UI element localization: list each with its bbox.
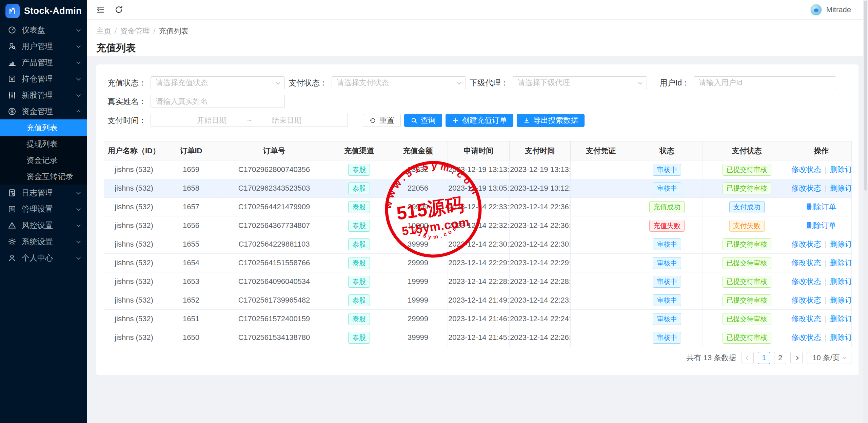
cell-order-no: C1702962343523503 [218,179,330,198]
cell-order-id: 1653 [164,272,218,291]
prev-page-button[interactable] [742,352,754,364]
user-avatar [810,4,822,16]
delete-order-link[interactable]: 删除订单 [806,221,836,230]
modify-status-link[interactable]: 修改状态 [791,240,821,248]
status-tag: 审核中 [653,276,681,288]
pay-status-tag: 已提交待审核 [723,164,771,176]
delete-order-link[interactable]: 删除订单 [830,240,852,248]
sidebar-subitem-资金互转记录[interactable]: 资金互转记录 [0,168,87,185]
sidebar-item-新股管理[interactable]: 新股管理 [0,87,87,103]
page-size-select[interactable]: 10 条/页 [807,352,851,364]
chevron-down-icon [76,223,81,227]
cell-voucher [571,328,631,347]
sidebar-item-label: 个人中心 [22,253,53,263]
sidebar-item-管理设置[interactable]: 管理设置 [0,201,87,217]
action-divider: | [825,240,827,248]
table-header-row: 用户名称（ID）订单ID订单号充值渠道充值金额申请时间支付时间支付凭证状态支付状… [104,141,852,160]
column-header: 支付凭证 [571,141,631,160]
channel-tag: 泰股 [348,276,370,288]
sidebar-item-持仓管理[interactable]: 持仓管理 [0,71,87,87]
status-tag: 审核中 [653,294,681,306]
delete-order-link[interactable]: 删除订单 [830,296,852,304]
cell-user: jishns (532) [104,235,164,254]
cell-voucher [571,310,631,328]
next-page-button[interactable] [790,352,803,364]
breadcrumb-home[interactable]: 主页 [96,26,111,36]
pay-time-label: 支付时间： [104,115,146,126]
cell-apply-time: 2023-12-14 21:45:34 [448,328,510,347]
user-menu[interactable]: Mitrade [810,4,863,16]
user-id-input[interactable] [694,76,836,89]
delete-order-link[interactable]: 删除订单 [806,203,836,211]
modify-status-link[interactable]: 修改状态 [791,296,821,304]
sidebar-subitem-提现列表[interactable]: 提现列表 [0,136,87,152]
real-name-input[interactable] [151,95,285,108]
cell-order-no: C1702564096040534 [218,272,330,291]
page-button-1[interactable]: 1 [758,352,770,364]
sidebar-item-label: 管理设置 [22,204,53,214]
cell-voucher [571,160,631,179]
search-button[interactable]: 查询 [404,114,442,127]
refresh-icon[interactable] [114,5,123,14]
pay-status-tag: 已提交待审核 [723,238,771,250]
sidebar-submenu: 充值列表提现列表资金记录资金互转记录 [0,119,87,185]
cell-status: 审核中 [631,272,703,291]
sidebar-subitem-充值列表[interactable]: 充值列表 [0,119,87,136]
app-title: Stock-Admin [24,6,82,16]
menu-collapse-icon[interactable] [96,5,105,14]
channel-tag: 泰股 [348,164,370,176]
modify-status-link[interactable]: 修改状态 [791,333,821,342]
create-order-button[interactable]: 创建充值订单 [446,114,513,127]
export-button[interactable]: 导出搜索数据 [517,114,585,127]
breadcrumb-current: 充值列表 [159,26,189,36]
delete-order-link[interactable]: 删除订单 [830,277,852,286]
sidebar-item-产品管理[interactable]: 产品管理 [0,54,87,71]
sidebar-item-日志管理[interactable]: 日志管理 [0,185,87,201]
cell-status: 审核中 [631,235,703,254]
channel-tag: 泰股 [348,220,370,232]
pay-status-tag: 已提交待审核 [723,182,771,194]
delete-order-link[interactable]: 删除订单 [830,333,852,342]
page-title: 充值列表 [96,41,863,55]
cell-user: jishns (532) [104,254,164,272]
sub-agent-select[interactable] [513,76,647,89]
pay-status-select[interactable] [332,76,466,89]
chevron-down-icon [76,60,81,64]
risk-icon [7,221,17,230]
cell-order-no: C1702564421479909 [218,198,330,216]
plus-icon [452,117,459,124]
table-row: jishns (532)1650C1702561534138780泰股39999… [104,328,852,347]
sidebar-item-系统设置[interactable]: 系统设置 [0,233,87,250]
modify-status-link[interactable]: 修改状态 [791,258,821,267]
page-scrollbar[interactable] [863,0,868,423]
sidebar-item-用户管理[interactable]: 用户管理 [0,38,87,54]
modify-status-link[interactable]: 修改状态 [791,314,821,323]
delete-order-link[interactable]: 删除订单 [830,258,852,267]
app-logo[interactable]: Stock-Admin [0,0,87,22]
pay-status-tag: 已提交待审核 [723,276,771,288]
sidebar-subitem-资金记录[interactable]: 资金记录 [0,152,87,168]
sidebar-item-资金管理[interactable]: 资金管理 [0,103,87,119]
cell-order-id: 1657 [164,198,218,216]
pay-time-range-picker[interactable]: 开始日期 ~ 结束日期 [151,114,348,127]
reset-button[interactable]: 重置 [363,114,401,127]
cell-pay-status: 已提交待审核 [703,272,791,291]
sidebar-item-仪表盘[interactable]: 仪表盘 [0,22,87,38]
cell-pay-status: 已提交待审核 [703,179,791,198]
content-card: 充值状态： 支付状态： 下级代理： 用户Id： [96,64,859,375]
sidebar-item-风控设置[interactable]: 风控设置 [0,217,87,233]
modify-status-link[interactable]: 修改状态 [791,184,821,192]
delete-order-link[interactable]: 删除订单 [830,314,852,323]
page-button-2[interactable]: 2 [774,352,786,364]
sidebar-item-个人中心[interactable]: 个人中心 [0,250,87,266]
cell-status: 充值成功 [631,198,703,216]
delete-order-link[interactable]: 删除订单 [830,165,852,174]
scrollbar-thumb[interactable] [864,1,867,191]
range-end-placeholder: 结束日期 [272,115,301,126]
recharge-status-select[interactable] [151,76,285,89]
sidebar-item-label: 日志管理 [22,188,53,198]
delete-order-link[interactable]: 删除订单 [830,184,852,192]
modify-status-link[interactable]: 修改状态 [791,277,821,286]
breadcrumb-section[interactable]: 资金管理 [120,26,150,36]
modify-status-link[interactable]: 修改状态 [791,165,821,174]
